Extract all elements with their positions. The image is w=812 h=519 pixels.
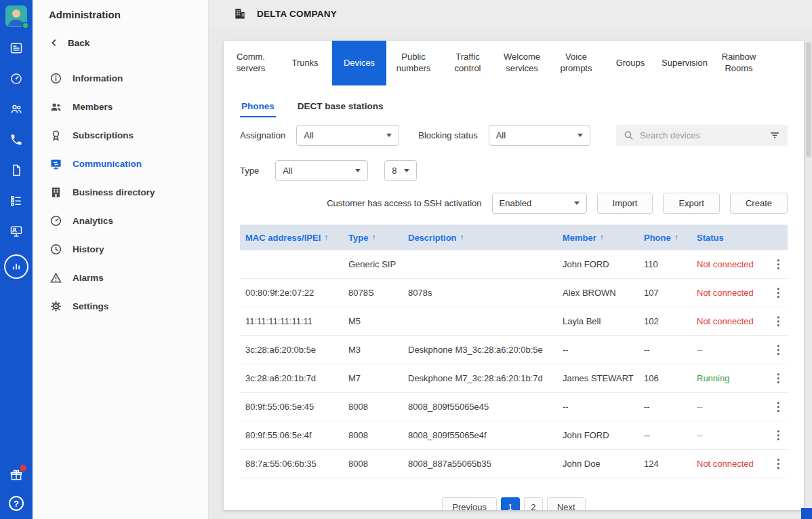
column-header-type[interactable]: Type↑ (343, 233, 403, 243)
devices-panel: Comm. servers Trunks Devices Public numb… (224, 41, 804, 510)
tab-comm-servers[interactable]: Comm. servers (224, 41, 278, 85)
tab-public-numbers[interactable]: Public numbers (386, 41, 441, 85)
tab-traffic-control[interactable]: Traffic control (441, 41, 495, 85)
sidebar-item-analytics[interactable]: Analytics (33, 206, 208, 235)
gauge-icon (49, 214, 62, 227)
row-menu-button[interactable]: ⋮ (769, 455, 788, 474)
contacts-icon[interactable] (9, 102, 24, 117)
row-menu-button[interactable]: ⋮ (769, 312, 788, 331)
column-header-status[interactable]: Status (691, 233, 762, 243)
back-button[interactable]: Back (33, 28, 208, 57)
column-label: Description (408, 233, 457, 243)
subtab-dect-base-stations[interactable]: DECT base stations (296, 95, 385, 117)
sort-asc-icon: ↑ (674, 233, 678, 242)
cell-member: Alex BROWN (557, 288, 638, 298)
meetings-icon[interactable] (9, 224, 24, 239)
feed-icon[interactable] (9, 41, 24, 56)
tab-trunks[interactable]: Trunks (278, 41, 332, 85)
cell-mac: 00:80:9f:2e:07:22 (240, 288, 343, 298)
column-header-description[interactable]: Description↑ (403, 233, 557, 243)
tab-rainbow-rooms[interactable]: Rainbow Rooms (712, 41, 766, 85)
table-row: 00:80:9f:2e:07:22 8078S 8078s Alex BROWN… (240, 279, 788, 307)
sidebar-item-information[interactable]: Information (33, 64, 208, 92)
chevron-down-icon (404, 169, 409, 172)
cell-type: 8078S (343, 288, 403, 298)
cell-mac: 88:7a:55:06:6b:35 (240, 459, 343, 469)
cell-phone: -- (638, 345, 691, 355)
history-icon (49, 242, 62, 256)
type-label: Type (240, 166, 259, 176)
tab-devices[interactable]: Devices (332, 41, 386, 85)
ssh-access-label: Customer has access to SSH activation (327, 198, 481, 208)
blocking-status-select[interactable]: All (489, 125, 590, 146)
gift-icon[interactable] (9, 467, 24, 482)
sidebar-item-communication[interactable]: Communication (33, 149, 208, 178)
tab-voice-prompts[interactable]: Voice prompts (549, 41, 603, 85)
page-size-select[interactable]: 8 (384, 160, 417, 181)
cell-phone: 124 (638, 459, 691, 469)
cell-phone: 107 (638, 288, 691, 298)
row-menu-button[interactable]: ⋮ (769, 255, 788, 274)
cell-phone: 102 (638, 316, 691, 326)
help-icon[interactable]: ? (9, 496, 24, 511)
row-menu-button[interactable]: ⋮ (769, 398, 788, 417)
pagination-next-button[interactable]: Next (547, 497, 586, 510)
sidebar-item-label: Subscriptions (73, 130, 134, 140)
back-label: Back (68, 38, 89, 48)
cell-member: -- (557, 402, 638, 412)
section-tabs: Comm. servers Trunks Devices Public numb… (224, 41, 804, 85)
pagination-page-1[interactable]: 1 (501, 497, 520, 510)
vertical-scrollbar-thumb[interactable] (806, 42, 811, 157)
cell-phone: -- (638, 430, 691, 440)
scroll-corner (801, 508, 812, 519)
cell-description: 8008_809f55065e4f (403, 430, 557, 440)
table-header: MAC address/IPEI↑ Type↑ Description↑ Mem… (240, 225, 788, 250)
pagination-page-2[interactable]: 2 (524, 497, 543, 510)
cell-status: -- (691, 402, 762, 412)
tab-groups[interactable]: Groups (603, 41, 657, 85)
calls-icon[interactable] (9, 132, 24, 147)
user-avatar[interactable] (5, 5, 27, 27)
sidebar-item-business-directory[interactable]: Business directory (33, 178, 208, 206)
files-icon[interactable] (9, 163, 24, 178)
filter-icon[interactable] (769, 129, 781, 141)
sidebar-item-label: Members (73, 102, 113, 112)
import-button[interactable]: Import (597, 193, 653, 214)
sidebar-item-alarms[interactable]: Alarms (33, 263, 208, 292)
ssh-access-select[interactable]: Enabled (492, 193, 587, 214)
administration-icon[interactable] (4, 254, 28, 279)
column-header-phone[interactable]: Phone↑ (638, 233, 691, 243)
tab-welcome-services[interactable]: Welcome services (495, 41, 549, 85)
sidebar-item-settings[interactable]: Settings (33, 292, 208, 320)
pagination-previous-button[interactable]: Previous (442, 497, 497, 510)
sidebar-item-subscriptions[interactable]: Subscriptions (33, 121, 208, 149)
sidebar-item-history[interactable]: History (33, 235, 208, 263)
type-select[interactable]: All (275, 160, 368, 181)
sort-asc-icon: ↑ (324, 233, 328, 242)
chevron-down-icon (574, 201, 580, 205)
create-button[interactable]: Create (730, 193, 788, 214)
column-header-mac[interactable]: MAC address/IPEI↑ (240, 233, 343, 243)
row-menu-button[interactable]: ⋮ (769, 284, 788, 303)
channels-icon[interactable] (9, 71, 24, 86)
cell-member: John Doe (557, 459, 638, 469)
column-header-member[interactable]: Member↑ (557, 233, 638, 243)
sidebar-item-members[interactable]: Members (33, 92, 208, 121)
chevron-down-icon (577, 134, 583, 137)
search-input[interactable] (640, 130, 763, 140)
sidebar-item-label: Settings (73, 301, 108, 311)
row-menu-button[interactable]: ⋮ (769, 426, 788, 445)
pagination: Previous 1 2 Next (224, 497, 804, 510)
export-button[interactable]: Export (663, 193, 720, 214)
cell-phone: -- (638, 402, 691, 412)
row-menu-button[interactable]: ⋮ (769, 341, 788, 360)
assignation-select[interactable]: All (296, 125, 399, 146)
tasks-icon[interactable] (9, 193, 24, 208)
sidebar-item-label: Communication (73, 159, 142, 169)
app-rail: ? (0, 0, 33, 519)
cell-description: Deskphone M3_3c:28:a6:20:0b:5e (403, 345, 557, 355)
row-menu-button[interactable]: ⋮ (769, 369, 788, 388)
subtab-phones[interactable]: Phones (240, 95, 276, 117)
tab-supervision[interactable]: Supervision (657, 41, 712, 85)
column-label: Phone (644, 233, 671, 243)
